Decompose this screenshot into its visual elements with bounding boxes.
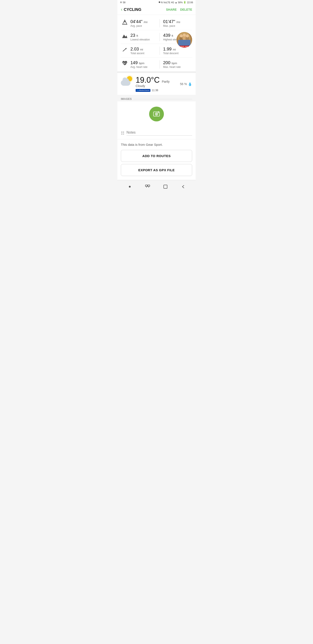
pace-row: 04'44" /mi Avg. pace 01'47" /mi Max. pac… [121,16,192,30]
total-descent: 1.99 mi Total descent [160,46,192,55]
add-image-button[interactable] [149,106,164,122]
status-bar: ⊖ 58 ✱ N VoLTE 4G ▲ 58% 🔋 22:06 [117,0,196,4]
road-icon [121,19,129,25]
total-ascent-label: Total ascent [130,52,160,55]
heart-rate-row: 149 bpm Avg. heart rate 200 bpm Max. hea… [121,58,192,71]
lowest-elevation: 23 ft Lowest elevation [130,33,160,41]
svg-rect-22 [148,185,150,186]
total-descent-label: Total descent [163,52,192,55]
heart-rate-stats: 149 bpm Avg. heart rate 200 bpm Max. hea… [130,60,192,68]
page-title: CYCLING [124,8,141,12]
header-actions: SHARE DELETE [166,8,192,11]
partly-cloudy-icon [121,76,132,86]
images-section-header: IMAGES [117,95,196,102]
max-pace-label: Max. pace [163,24,192,28]
export-gpx-button[interactable]: EXPORT AS GPX FILE [121,164,192,176]
images-area [117,102,196,128]
lowest-elevation-label: Lowest elevation [130,38,160,41]
battery-icon: 🔋 [183,1,186,4]
pace-stats: 04'44" /mi Avg. pace 01'47" /mi Max. pac… [130,19,192,28]
recents-nav-button[interactable] [144,183,151,190]
weather-source: The Weather Channel 11:38 [136,89,177,92]
ascent-icon [121,46,129,53]
notes-section: ☷ [117,128,196,139]
heart-rate-icon [121,60,129,66]
svg-marker-3 [122,34,127,38]
max-heart-rate-label: Max. heart rate [163,66,192,68]
add-to-routes-button[interactable]: ADD TO ROUTES [121,150,192,162]
status-right: ✱ N VoLTE 4G ▲ 58% 🔋 22:06 [158,1,193,4]
total-ascent: 2.03 mi Total ascent [130,46,160,55]
network-icons: N VoLTE 4G ▲ [161,1,177,4]
max-heart-rate: 200 bpm Max. heart rate [160,60,192,68]
svg-point-10 [186,34,189,38]
overview-nav-button[interactable] [162,183,169,190]
battery-level: 58% [178,1,183,4]
status-notification: 58 [123,1,125,4]
humidity-icon: 💧 [188,82,192,86]
avg-heart-rate: 149 bpm Avg. heart rate [130,60,160,68]
weather-icon [121,76,133,86]
share-button[interactable]: SHARE [166,8,177,11]
svg-point-8 [180,34,183,38]
elevation-row: 23 ft Lowest elevation 439 ft Highest el… [121,30,192,44]
max-pace: 01'47" /mi Max. pace [160,19,192,28]
weather-channel-logo: The Weather Channel [136,89,150,92]
header: ‹ CYCLING SHARE DELETE [117,4,196,15]
clock: 22:06 [187,1,193,4]
weather-time: 11:38 [152,89,158,92]
cloud-icon [121,80,130,86]
ascent-row: 2.03 mi Total ascent 1.99 mi Total desce… [121,44,192,58]
delete-button[interactable]: DELETE [180,8,192,11]
header-left: ‹ CYCLING [121,7,141,12]
ascent-stats: 2.03 mi Total ascent 1.99 mi Total desce… [130,46,192,55]
elevation-icon [121,33,129,39]
stats-section: 04'44" /mi Avg. pace 01'47" /mi Max. pac… [117,15,196,71]
bluetooth-icon: ✱ [158,1,160,4]
svg-rect-25 [164,185,167,188]
home-nav-button[interactable] [126,183,134,190]
svg-point-9 [183,34,186,36]
weather-temperature: 19.0°C [136,76,162,84]
weather-info: 19.0°C Partly Cloudy The Weather Channel… [136,76,177,92]
status-icons: ⊖ [120,1,122,4]
svg-rect-21 [145,185,147,186]
notes-icon: ☷ [121,131,124,136]
svg-point-16 [156,113,157,115]
avg-pace: 04'44" /mi Avg. pace [130,19,160,28]
weather-humidity: 56 % 💧 [180,82,192,86]
back-nav-button[interactable] [179,183,187,190]
avg-pace-label: Avg. pace [130,24,160,28]
section-divider [117,72,196,72]
status-left: ⊖ 58 [120,1,125,4]
gear-sport-info: This data is from Gear Sport. [117,139,196,148]
notes-input[interactable] [126,130,192,136]
bottom-navigation [117,180,196,193]
avg-heart-rate-label: Avg. heart rate [130,66,160,68]
weather-section: 19.0°C Partly Cloudy The Weather Channel… [117,73,196,95]
svg-point-20 [129,186,131,188]
back-button[interactable]: ‹ [121,7,122,12]
action-buttons: ADD TO ROUTES EXPORT AS GPX FILE [117,148,196,180]
